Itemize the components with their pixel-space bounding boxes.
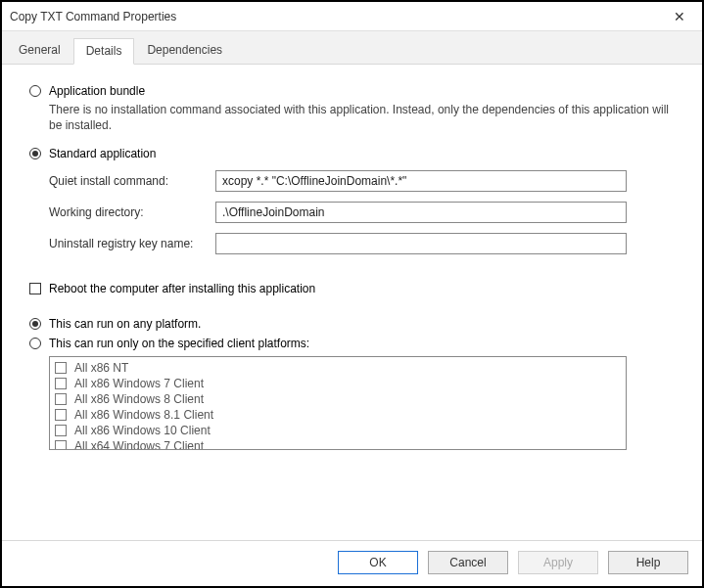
- help-button[interactable]: Help: [608, 551, 688, 574]
- window-title: Copy TXT Command Properties: [10, 10, 665, 23]
- list-item[interactable]: All x86 Windows 8 Client: [55, 391, 621, 407]
- platform-any-option[interactable]: This can run on any platform.: [29, 317, 681, 331]
- list-item[interactable]: All x86 Windows 7 Client: [55, 376, 621, 391]
- platform-only-option[interactable]: This can run only on the specified clien…: [29, 337, 681, 350]
- content-area: Application bundle There is no installat…: [2, 65, 702, 540]
- checkbox-icon[interactable]: [55, 393, 67, 405]
- button-bar: OK Cancel Apply Help: [2, 540, 702, 586]
- radio-icon[interactable]: [29, 148, 41, 159]
- checkbox-icon[interactable]: [55, 425, 67, 436]
- uninstall-key-label: Uninstall registry key name:: [49, 237, 215, 250]
- checkbox-icon[interactable]: [29, 283, 41, 294]
- tab-strip: General Details Dependencies: [2, 31, 702, 65]
- platform-item-label: All x86 Windows 10 Client: [74, 424, 211, 437]
- checkbox-icon[interactable]: [55, 378, 67, 389]
- checkbox-icon[interactable]: [55, 409, 67, 421]
- list-item[interactable]: All x86 NT: [55, 360, 621, 376]
- platform-any-label: This can run on any platform.: [49, 317, 201, 331]
- quiet-install-input[interactable]: [215, 170, 627, 192]
- checkbox-icon[interactable]: [55, 440, 67, 450]
- working-directory-input[interactable]: [215, 202, 627, 223]
- cancel-button[interactable]: Cancel: [428, 551, 508, 574]
- title-bar: Copy TXT Command Properties ✕: [2, 2, 702, 31]
- list-item[interactable]: All x64 Windows 7 Client: [55, 438, 621, 450]
- radio-icon[interactable]: [29, 338, 41, 349]
- platform-item-label: All x86 Windows 8 Client: [74, 392, 204, 406]
- platform-only-label: This can run only on the specified clien…: [49, 337, 309, 350]
- list-item[interactable]: All x86 Windows 10 Client: [55, 423, 621, 438]
- tab-details[interactable]: Details: [73, 38, 135, 65]
- platform-item-label: All x86 NT: [74, 361, 128, 375]
- install-fields: Quiet install command: Working directory…: [49, 170, 681, 254]
- app-bundle-option[interactable]: Application bundle: [29, 84, 681, 98]
- close-icon[interactable]: ✕: [665, 9, 694, 24]
- ok-button[interactable]: OK: [338, 551, 418, 574]
- apply-button: Apply: [518, 551, 598, 574]
- standard-app-label: Standard application: [49, 147, 156, 160]
- reboot-label: Reboot the computer after installing thi…: [49, 282, 315, 295]
- radio-icon[interactable]: [29, 85, 41, 97]
- tab-general[interactable]: General: [6, 37, 73, 64]
- dialog-window: Copy TXT Command Properties ✕ General De…: [0, 0, 704, 588]
- app-bundle-label: Application bundle: [49, 84, 145, 98]
- app-bundle-desc: There is no installation command associa…: [49, 102, 681, 133]
- standard-app-option[interactable]: Standard application: [29, 147, 681, 160]
- uninstall-key-input[interactable]: [215, 233, 627, 254]
- platform-item-label: All x86 Windows 7 Client: [74, 377, 204, 390]
- reboot-option[interactable]: Reboot the computer after installing thi…: [29, 282, 681, 295]
- platform-item-label: All x86 Windows 8.1 Client: [74, 408, 213, 422]
- list-item[interactable]: All x86 Windows 8.1 Client: [55, 407, 621, 423]
- quiet-install-label: Quiet install command:: [49, 174, 215, 188]
- tab-dependencies[interactable]: Dependencies: [134, 37, 235, 64]
- radio-icon[interactable]: [29, 318, 41, 330]
- checkbox-icon[interactable]: [55, 362, 67, 374]
- platform-item-label: All x64 Windows 7 Client: [74, 439, 204, 450]
- working-directory-label: Working directory:: [49, 205, 215, 219]
- platform-list[interactable]: All x86 NT All x86 Windows 7 Client All …: [49, 356, 627, 450]
